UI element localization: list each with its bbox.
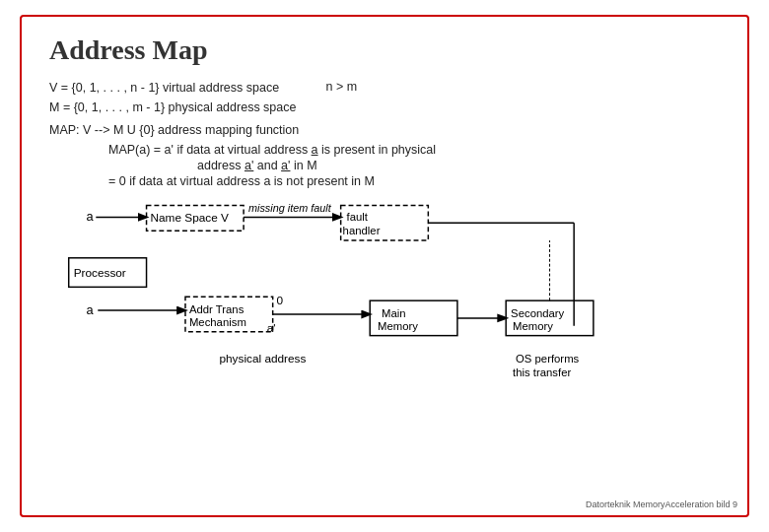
label-missing-fault: missing item fault	[248, 202, 332, 214]
mapa-a-underline: a	[312, 143, 318, 157]
mapa-text2: is present in physical	[318, 143, 437, 157]
map-line: MAP: V --> M U {0} address mapping funct…	[49, 123, 720, 137]
mapa-a-prime-underline: a'	[245, 159, 253, 172]
label-main-memory1: Main	[382, 307, 406, 319]
mapa-text1: MAP(a) = a' if data at virtual address	[108, 143, 312, 157]
label-name-space: Name Space V	[150, 211, 229, 225]
label-physical-address: physical address	[219, 352, 306, 366]
label-a-prime: a'	[267, 321, 276, 335]
diagram: a Name Space V missing item fault fault …	[49, 198, 720, 425]
definition-text: V = {0, 1, . . . , n - 1} virtual addres…	[49, 78, 296, 117]
label-fault-handler2: handler	[343, 225, 381, 236]
mapa-text3: address	[197, 159, 245, 172]
diagram-svg: a Name Space V missing item fault fault …	[49, 198, 720, 425]
label-zero: 0	[277, 294, 284, 307]
label-fault-handler1: fault	[347, 211, 369, 223]
n-gt-m: n > m	[325, 80, 357, 94]
def-line2: M = {0, 1, . . . , m - 1} physical addre…	[49, 98, 296, 117]
mapa-line1: MAP(a) = a' if data at virtual address a…	[108, 143, 720, 157]
footer: Datorteknik MemoryAcceleration bild 9	[586, 499, 737, 509]
label-addr-trans: Addr Trans	[189, 303, 245, 315]
label-mechanism: Mechanism	[189, 316, 246, 328]
label-a-bottom: a	[86, 302, 94, 317]
label-processor: Processor	[74, 266, 126, 280]
label-a-top: a	[86, 209, 94, 224]
label-secondary2: Memory	[513, 320, 553, 332]
label-main-memory2: Memory	[378, 320, 418, 332]
slide-title: Address Map	[49, 34, 720, 66]
mapa-text5: in M	[290, 159, 316, 172]
label-os-transfer2: this transfer	[513, 366, 571, 378]
mapa-line2: address a' and a' in M	[197, 159, 720, 172]
definitions: V = {0, 1, . . . , n - 1} virtual addres…	[49, 78, 720, 117]
mapa-text4: and	[253, 159, 281, 172]
label-os-transfer1: OS performs	[516, 353, 580, 365]
label-secondary1: Secondary	[511, 307, 564, 319]
zero-line: = 0 if data at virtual address a is not …	[108, 174, 720, 188]
def-line1: V = {0, 1, . . . , n - 1} virtual addres…	[49, 78, 296, 98]
slide: Address Map V = {0, 1, . . . , n - 1} vi…	[20, 15, 749, 517]
